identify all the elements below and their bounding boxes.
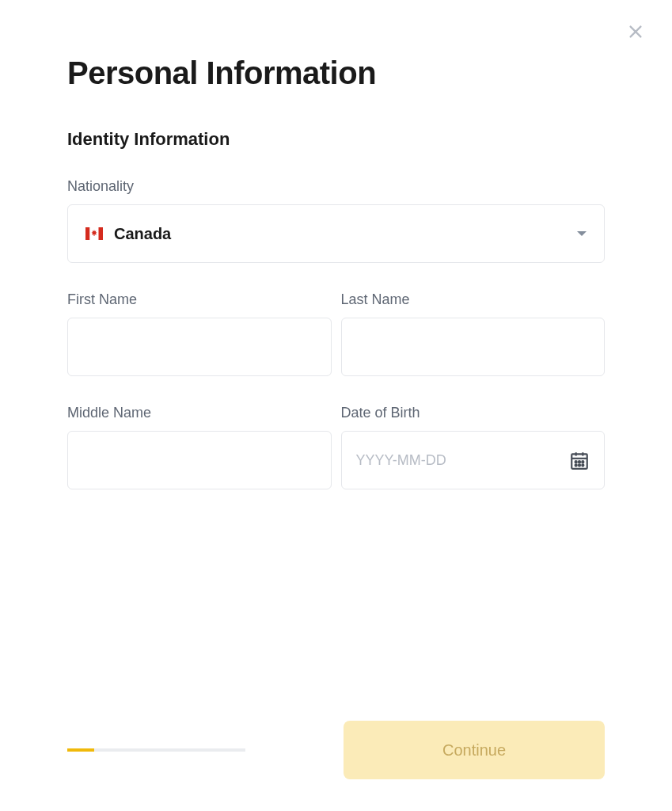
last-name-field-group: Last Name [341,291,606,376]
close-icon [627,23,644,44]
progress-bar [67,748,245,752]
progress-bar-fill [67,748,94,752]
canada-flag-icon [85,227,103,241]
first-name-input[interactable] [67,318,332,376]
page-title: Personal Information [67,55,605,91]
date-of-birth-input[interactable] [341,431,606,489]
footer: Continue [67,721,605,779]
name-row: First Name Last Name [67,291,605,376]
svg-rect-2 [85,227,90,240]
first-name-field-group: First Name [67,291,332,376]
nationality-field-group: Nationality Canada [67,178,605,263]
close-button[interactable] [625,22,647,44]
nationality-label: Nationality [67,178,605,195]
middle-name-input[interactable] [67,431,332,489]
first-name-label: First Name [67,291,332,308]
middle-name-label: Middle Name [67,405,332,421]
middle-dob-row: Middle Name Date of Birth [67,405,605,489]
form-container: Personal Information Identity Informatio… [0,0,672,489]
section-title: Identity Information [67,129,605,150]
date-of-birth-field-group: Date of Birth [341,405,606,489]
nationality-dropdown[interactable]: Canada [67,204,605,263]
last-name-input[interactable] [341,318,606,376]
continue-button[interactable]: Continue [344,721,605,779]
chevron-down-icon [577,231,587,236]
date-of-birth-label: Date of Birth [341,405,606,421]
nationality-selected-value: Canada [114,225,577,243]
last-name-label: Last Name [341,291,606,308]
middle-name-field-group: Middle Name [67,405,332,489]
svg-rect-4 [99,227,104,240]
